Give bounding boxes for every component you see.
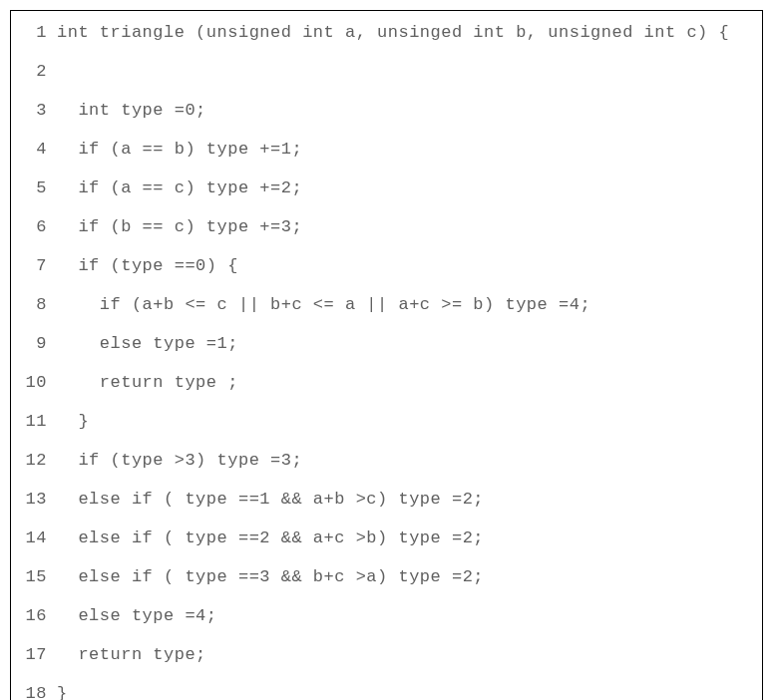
line-number: 3 [19, 101, 47, 120]
code-line: 9 else type =1; [19, 334, 754, 353]
line-number: 9 [19, 334, 47, 353]
code-text: int type =0; [57, 101, 206, 120]
code-line: 5 if (a == c) type +=2; [19, 178, 754, 197]
line-number: 14 [19, 528, 47, 547]
code-line: 16 else type =4; [19, 606, 754, 625]
line-number: 8 [19, 295, 47, 314]
code-line: 1 int triangle (unsigned int a, unsinged… [19, 23, 754, 42]
code-text: else type =1; [57, 334, 238, 353]
code-line: 2 [19, 62, 754, 81]
line-number: 4 [19, 140, 47, 159]
code-line: 6 if (b == c) type +=3; [19, 217, 754, 236]
line-number: 6 [19, 217, 47, 236]
line-number: 5 [19, 178, 47, 197]
code-line: 7 if (type ==0) { [19, 256, 754, 275]
code-text: else type =4; [57, 606, 217, 625]
code-text: return type ; [57, 373, 238, 392]
code-line: 12 if (type >3) type =3; [19, 451, 754, 470]
code-text: if (a == c) type +=2; [57, 178, 302, 197]
code-line: 3 int type =0; [19, 101, 754, 120]
code-line: 17 return type; [19, 645, 754, 664]
code-text: else if ( type ==2 && a+c >b) type =2; [57, 528, 484, 547]
line-number: 13 [19, 490, 47, 509]
line-number: 1 [19, 23, 47, 42]
line-number: 11 [19, 412, 47, 431]
code-text: return type; [57, 645, 206, 664]
code-line: 15 else if ( type ==3 && b+c >a) type =2… [19, 567, 754, 586]
code-text: else if ( type ==3 && b+c >a) type =2; [57, 567, 484, 586]
code-text: if (type ==0) { [57, 256, 238, 275]
code-block: 1 int triangle (unsigned int a, unsinged… [10, 10, 763, 700]
code-text: if (b == c) type +=3; [57, 217, 302, 236]
code-line: 10 return type ; [19, 373, 754, 392]
line-number: 18 [19, 684, 47, 700]
line-number: 17 [19, 645, 47, 664]
code-line: 11 } [19, 412, 754, 431]
code-text: } [57, 684, 68, 700]
code-line: 13 else if ( type ==1 && a+b >c) type =2… [19, 490, 754, 509]
code-text: if (a == b) type +=1; [57, 140, 302, 159]
code-line: 18 } [19, 684, 754, 700]
line-number: 2 [19, 62, 47, 81]
code-text: if (type >3) type =3; [57, 451, 302, 470]
line-number: 10 [19, 373, 47, 392]
line-number: 12 [19, 451, 47, 470]
line-number: 16 [19, 606, 47, 625]
code-text: if (a+b <= c || b+c <= a || a+c >= b) ty… [57, 295, 590, 314]
code-text: } [57, 412, 89, 431]
code-text: else if ( type ==1 && a+b >c) type =2; [57, 490, 484, 509]
code-line: 14 else if ( type ==2 && a+c >b) type =2… [19, 528, 754, 547]
line-number: 7 [19, 256, 47, 275]
line-number: 15 [19, 567, 47, 586]
code-text: int triangle (unsigned int a, unsinged i… [57, 23, 729, 42]
code-line: 4 if (a == b) type +=1; [19, 140, 754, 159]
code-line: 8 if (a+b <= c || b+c <= a || a+c >= b) … [19, 295, 754, 314]
